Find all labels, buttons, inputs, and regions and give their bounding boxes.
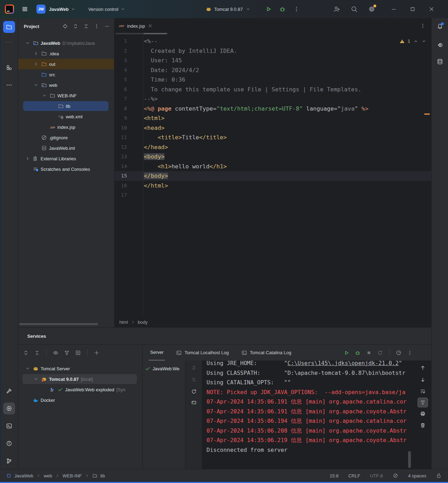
tree-item-src[interactable]: src	[18, 69, 114, 80]
structure-tool-icon[interactable]	[6, 64, 12, 71]
deployment-item[interactable]: JavaWeb:We	[143, 363, 185, 374]
more-options-icon[interactable]	[407, 350, 413, 356]
tab-tomcat-localhost-log[interactable]: Tomcat Localhost Log	[175, 345, 230, 360]
expand-all-icon[interactable]	[73, 23, 78, 29]
run-button[interactable]	[344, 350, 349, 356]
tree-item-web-inf[interactable]: WEB-INF	[18, 90, 114, 101]
code-line-17[interactable]: 17	[114, 190, 431, 200]
code-line-7[interactable]: 7--%>	[114, 94, 431, 104]
run-button[interactable]	[265, 6, 272, 12]
tree-item-scratches-and-consoles[interactable]: Scratches and Consoles	[18, 164, 114, 174]
code-line-16[interactable]: 16</html>	[114, 181, 431, 191]
crumb-web-inf[interactable]: WEB-INF	[63, 473, 82, 478]
console-vertical-scrollbar[interactable]	[408, 451, 411, 468]
debug-button[interactable]	[279, 6, 286, 12]
next-problem-icon[interactable]	[421, 39, 426, 44]
collapse-all-icon[interactable]	[34, 350, 40, 356]
tree-item--gitignore[interactable]: .gitignore	[18, 132, 114, 143]
tree-item--idea[interactable]: .idea	[18, 48, 114, 59]
scroll-up-icon[interactable]	[420, 365, 426, 371]
code-line-9[interactable]: 9<html>	[114, 113, 431, 123]
chevron-down-icon[interactable]	[41, 93, 48, 98]
editor-options-icon[interactable]	[420, 23, 426, 29]
code-line-1[interactable]: 1<%--	[114, 36, 431, 46]
rerun-icon[interactable]	[377, 350, 383, 356]
run-config-name[interactable]: Tomcat 9.0.87	[214, 7, 243, 12]
filter-icon[interactable]	[64, 350, 70, 356]
highlighting-level-icon[interactable]	[393, 473, 398, 478]
redeploy-icon[interactable]	[191, 388, 197, 394]
code-line-4[interactable]: 4 Date: 2024/4/2	[114, 65, 431, 75]
select-opened-file-icon[interactable]	[62, 23, 68, 29]
encoding-widget[interactable]: UTF-8	[370, 473, 383, 478]
chevron-right-icon[interactable]	[33, 61, 39, 67]
console-log[interactable]: Using JRE_HOME: "C:\Users\145\.jdks\open…	[202, 360, 431, 469]
caret-position-widget[interactable]: 15:8	[330, 473, 338, 478]
scroll-down-icon[interactable]	[420, 377, 426, 383]
tree-item-docker[interactable]: Docker	[18, 395, 142, 405]
code-line-12[interactable]: 12</head>	[114, 142, 431, 152]
tree-item-index-jsp[interactable]: JSPindex.jsp	[18, 122, 114, 132]
code-line-3[interactable]: 3 User: 145	[114, 56, 431, 65]
update-application-icon[interactable]	[191, 400, 197, 406]
clear-console-icon[interactable]	[420, 422, 426, 428]
indent-widget[interactable]: 4 spaces	[408, 473, 426, 478]
chevron-down-icon[interactable]	[33, 376, 39, 382]
log-path-link[interactable]: C:\Users\145\.jdks\openjdk-21.0.2	[287, 360, 399, 366]
code-area[interactable]: 1<%--2 Created by IntelliJ IDEA.3 User: …	[114, 35, 431, 317]
tree-item-external-libraries[interactable]: External Libraries	[18, 153, 114, 164]
code-line-11[interactable]: 11 <title>Title</title>	[114, 133, 431, 142]
tree-item-tomcat-9-0-87[interactable]: Tomcat 9.0.87 [local]	[18, 374, 142, 384]
tree-item-lib[interactable]: lib	[18, 101, 114, 111]
lock-open-icon[interactable]	[436, 473, 442, 478]
build-tool-icon[interactable]	[6, 388, 12, 394]
tree-item-web[interactable]: web	[18, 80, 114, 90]
sync-arrows-icon[interactable]	[191, 377, 197, 383]
chevron-down-icon[interactable]	[24, 366, 31, 371]
print-icon[interactable]	[420, 411, 426, 416]
notifications-bell-icon[interactable]	[437, 23, 443, 29]
window-maximize-button[interactable]	[410, 6, 416, 12]
collapse-all-icon[interactable]	[83, 23, 89, 29]
crumb-web[interactable]: web	[44, 473, 52, 478]
terminal-tool-icon[interactable]	[6, 423, 12, 429]
hide-panel-icon[interactable]	[104, 23, 110, 29]
spiral-icon[interactable]	[437, 41, 443, 48]
soft-wrap-icon[interactable]	[420, 388, 426, 394]
scroll-to-end-button[interactable]	[418, 398, 428, 407]
code-with-me-icon[interactable]	[333, 6, 340, 13]
git-tool-icon[interactable]	[6, 458, 12, 464]
more-tools-icon[interactable]	[6, 82, 12, 88]
project-tool-button[interactable]	[3, 21, 15, 33]
chevron-right-icon[interactable]	[24, 156, 31, 161]
more-run-options-icon[interactable]	[293, 6, 300, 12]
stop-button[interactable]	[366, 350, 372, 356]
tree-item-web-xml[interactable]: </>web.xml	[18, 111, 114, 122]
breadcrumb-body[interactable]: body	[138, 320, 148, 325]
profiler-gauge-icon[interactable]	[396, 350, 401, 356]
search-icon[interactable]	[351, 6, 358, 13]
tree-item-javaweb-web-exploded[interactable]: JavaWeb:Web exploded [Syn	[18, 384, 142, 395]
project-avatar[interactable]: JW	[36, 5, 46, 14]
code-line-15[interactable]: 15</body>	[114, 171, 431, 181]
tab-index-jsp[interactable]: JSP index.jsp	[114, 18, 157, 34]
code-line-5[interactable]: 5 Time: 0:36	[114, 75, 431, 85]
tree-item-javaweb-iml[interactable]: JavaWeb.iml	[18, 143, 114, 153]
prev-problem-icon[interactable]	[413, 39, 418, 44]
scrollbar-warning-marker[interactable]	[424, 113, 430, 115]
tab-tomcat-catalina-log[interactable]: Tomcat Catalina Log	[240, 345, 293, 360]
expand-all-icon[interactable]	[23, 350, 29, 356]
code-line-8[interactable]: 8<%@ page contentType="text/html;charset…	[114, 104, 431, 114]
problems-tool-icon[interactable]	[6, 440, 12, 447]
crumb-lib[interactable]: lib	[100, 473, 105, 478]
settings-gear-icon[interactable]	[368, 6, 375, 13]
database-tool-icon[interactable]	[437, 58, 443, 65]
chevron-down-icon[interactable]	[33, 82, 39, 88]
chevron-down-icon[interactable]	[246, 7, 251, 12]
code-line-6[interactable]: 6 To change this template use File | Set…	[114, 85, 431, 94]
main-menu-icon[interactable]	[22, 6, 28, 12]
open-in-new-tab-icon[interactable]	[75, 350, 81, 356]
breadcrumb-html[interactable]: html	[119, 320, 128, 325]
tree-item-tomcat-server[interactable]: Tomcat Server	[18, 363, 142, 374]
debug-button[interactable]	[355, 350, 360, 356]
